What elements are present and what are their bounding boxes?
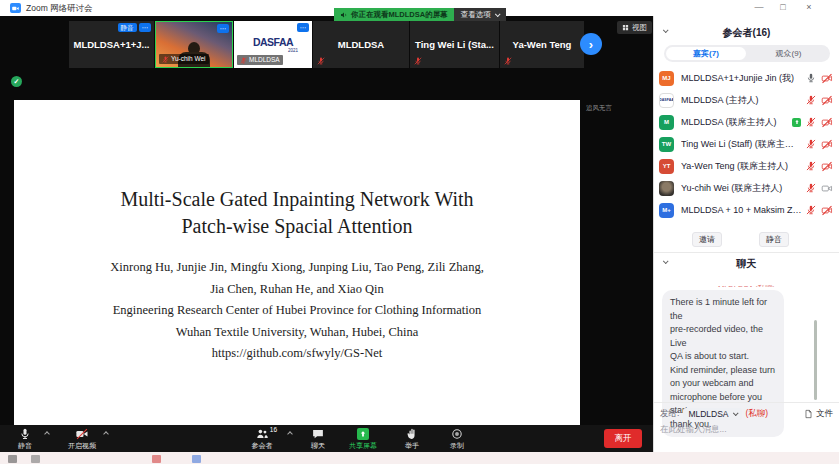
avatar xyxy=(659,181,674,196)
mic-off-icon[interactable] xyxy=(806,205,816,215)
grid-icon xyxy=(622,24,629,31)
record-icon xyxy=(451,428,463,440)
taskbar-icon[interactable] xyxy=(8,455,17,463)
participant-row[interactable]: YT Ya-Wen Teng (联席主持人) xyxy=(654,155,839,177)
close-button[interactable]: × xyxy=(802,2,816,12)
view-layout-button[interactable]: 视图 xyxy=(617,21,652,34)
mute-button[interactable]: 静音 xyxy=(18,428,32,451)
participant-row[interactable]: M+ MLDLDSA + 10 + Maksim Zhuravs... xyxy=(654,199,839,221)
chevron-down-icon xyxy=(495,11,501,17)
meeting-stage: MLDLDSA+1+J... 静音 ⋯ ⋯ Yu-chih Wei DASFAA… xyxy=(0,16,653,452)
participant-row[interactable]: TW Ting Wei Li (Staff) (联席主持人) xyxy=(654,133,839,155)
taskbar-icon[interactable] xyxy=(192,455,201,463)
raise-hand-button[interactable]: 举手 xyxy=(405,428,419,451)
video-tile-mldldsa[interactable]: MLDLDSA xyxy=(313,21,409,68)
participant-row[interactable]: M MLDLDSA (联席主持人) xyxy=(654,111,839,133)
participant-list: MJ MLDLDSA+1+Junjie Jin (我) DASFAA MLDLD… xyxy=(654,67,839,221)
share-screen-button[interactable]: 共享屏幕 xyxy=(349,428,377,451)
mic-off-icon[interactable] xyxy=(806,95,816,105)
next-page-arrow-button[interactable]: › xyxy=(580,33,602,55)
participants-icon: 16 xyxy=(256,428,268,440)
camera-off-icon[interactable] xyxy=(821,161,833,172)
participants-tabs: 嘉宾(7) 观众(9) xyxy=(664,45,830,62)
avatar: DASFAA xyxy=(659,93,674,108)
control-toolbar: 静音 开启视频 16 参会者 聊天 共享屏幕 xyxy=(0,425,653,452)
participants-button[interactable]: 16 参会者 xyxy=(252,428,273,451)
watching-indicator: 你正在观看MLDLDSA的屏幕 xyxy=(334,8,454,21)
send-to-dropdown[interactable]: MLDLDSA xyxy=(683,408,741,420)
tile-name-chip: Yu-chih Wei xyxy=(159,54,209,64)
leave-button[interactable]: 离开 xyxy=(604,429,642,448)
view-options-button[interactable]: 查看选项 xyxy=(454,8,506,21)
camera-off-icon xyxy=(76,428,88,440)
watermark-text: 追风无言 xyxy=(586,104,612,113)
invite-button[interactable]: 邀请 xyxy=(692,232,722,247)
chevron-down-icon xyxy=(732,410,738,416)
mic-off-icon[interactable] xyxy=(806,161,816,171)
mic-off-icon[interactable] xyxy=(806,117,816,127)
mic-on-icon[interactable] xyxy=(806,73,816,83)
mic-off-icon[interactable] xyxy=(806,183,816,193)
zoom-window: Zoom 网络研讨会 — □ × 你正在观看MLDLDSA的屏幕 查看选项 ML… xyxy=(0,0,839,464)
record-button[interactable]: 录制 xyxy=(450,428,464,451)
file-button[interactable]: 文件 xyxy=(804,408,833,420)
mute-badge[interactable]: 静音 xyxy=(118,23,137,32)
screen-watch-banner: 你正在观看MLDLDSA的屏幕 查看选项 xyxy=(334,8,506,21)
mic-off-icon xyxy=(162,56,169,63)
video-tile-yu-chih-wei[interactable]: ⋯ Yu-chih Wei xyxy=(155,21,233,68)
sharing-screen-icon xyxy=(792,118,801,127)
camera-off-icon[interactable] xyxy=(821,139,833,150)
chat-bubble-icon xyxy=(312,428,324,440)
chat-header: 聊天 xyxy=(654,257,839,271)
participant-row[interactable]: Yu-chih Wei (联席主持人) xyxy=(654,177,839,199)
mic-off-icon xyxy=(240,57,247,64)
file-icon xyxy=(804,409,813,419)
participant-row[interactable]: DASFAA MLDLDSA (主持人) xyxy=(654,89,839,111)
taskbar-icon[interactable] xyxy=(31,455,40,463)
chat-input-area: 发给: MLDLDSA (私聊) 文件 xyxy=(654,402,839,434)
mic-icon xyxy=(19,428,31,440)
camera-off-icon[interactable] xyxy=(821,205,833,216)
mic-off-icon xyxy=(504,57,512,65)
avatar: MJ xyxy=(659,71,674,86)
watching-text: 你正在观看MLDLDSA的屏幕 xyxy=(351,10,448,20)
chat-message-input[interactable] xyxy=(660,424,832,434)
avatar: TW xyxy=(659,137,674,152)
video-tile-ya-wen-teng[interactable]: Ya-Wen Teng xyxy=(500,21,584,68)
tab-attendees[interactable]: 观众(9) xyxy=(747,45,830,62)
participants-header: 参会者(16) xyxy=(654,26,839,40)
video-tile-dasfaa[interactable]: DASFAA 2021 ⋯ MLDLDSA xyxy=(234,21,312,68)
chat-sender-partial: MLDLDSA (私聊) xyxy=(684,281,809,287)
mute-button-panel[interactable]: 静音 xyxy=(759,232,789,247)
more-options-icon[interactable]: ⋯ xyxy=(297,23,310,32)
tab-panelists[interactable]: 嘉宾(7) xyxy=(666,47,746,60)
more-options-icon[interactable]: ⋯ xyxy=(139,23,152,32)
camera-off-icon[interactable] xyxy=(821,117,833,128)
chat-scrollbar[interactable] xyxy=(814,320,817,400)
hand-icon xyxy=(406,428,418,440)
chat-button[interactable]: 聊天 xyxy=(311,428,325,451)
participants-options-chevron[interactable] xyxy=(287,431,293,437)
taskbar-icon[interactable] xyxy=(152,455,161,463)
camera-off-icon[interactable] xyxy=(821,95,833,106)
paper-authors-affiliation: Xinrong Hu, Junjie Jin, Mingfu Xiong, Ju… xyxy=(14,257,580,365)
more-options-icon[interactable]: ⋯ xyxy=(217,24,230,33)
minimize-button[interactable]: — xyxy=(752,2,766,12)
camera-on-icon[interactable] xyxy=(821,183,833,194)
mic-off-icon[interactable] xyxy=(806,139,816,149)
windows-taskbar xyxy=(0,452,839,464)
shared-slide: Multi-Scale Gated Inpainting Network Wit… xyxy=(14,100,580,425)
camera-off-icon[interactable] xyxy=(821,73,833,84)
mute-options-chevron[interactable] xyxy=(44,431,50,437)
maximize-button[interactable]: □ xyxy=(776,2,790,12)
participant-row[interactable]: MJ MLDLDSA+1+Junjie Jin (我) xyxy=(654,67,839,89)
video-options-chevron[interactable] xyxy=(103,431,109,437)
private-chat-label: (私聊) xyxy=(746,408,769,420)
video-tile-ting-wei-li[interactable]: Ting Wei Li (Sta... xyxy=(410,21,499,68)
mic-off-icon xyxy=(414,57,422,65)
video-tile-self[interactable]: MLDLDSA+1+J... 静音 ⋯ xyxy=(69,21,154,68)
share-screen-icon xyxy=(357,428,369,440)
start-video-button[interactable]: 开启视频 xyxy=(68,428,96,451)
encryption-shield-icon[interactable]: ✓ xyxy=(11,76,22,87)
window-title: Zoom 网络研讨会 xyxy=(26,3,93,15)
